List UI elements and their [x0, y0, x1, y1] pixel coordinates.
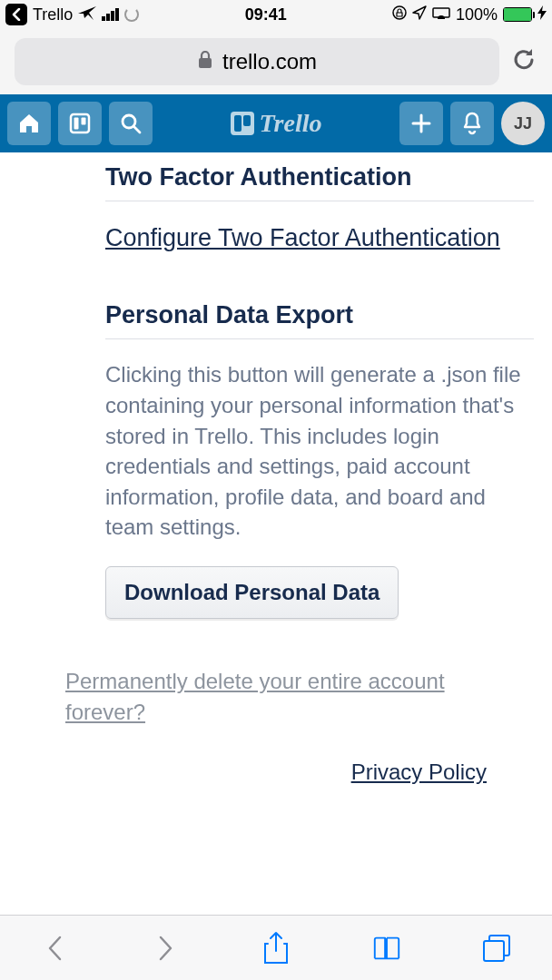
- search-button[interactable]: [109, 102, 153, 145]
- loading-spinner-icon: [124, 7, 139, 22]
- create-button[interactable]: [399, 102, 443, 145]
- avatar-initials: JJ: [514, 114, 532, 133]
- battery-icon: [503, 7, 532, 22]
- orientation-lock-icon: [392, 5, 407, 24]
- svg-rect-5: [82, 118, 86, 125]
- back-app-icon[interactable]: [5, 4, 27, 25]
- location-icon: [412, 5, 427, 24]
- page-content: Two Factor Authentication Configure Two …: [0, 152, 552, 785]
- svg-rect-4: [74, 118, 79, 130]
- bookmarks-icon[interactable]: [371, 933, 402, 964]
- lock-icon: [197, 51, 213, 74]
- svg-rect-3: [71, 114, 89, 132]
- svg-rect-2: [199, 58, 212, 68]
- two-factor-heading: Two Factor Authentication: [105, 163, 534, 201]
- nav-back-icon[interactable]: [40, 933, 71, 964]
- svg-rect-11: [484, 941, 504, 961]
- section-personal-data-export: Personal Data Export Clicking this butto…: [0, 301, 552, 619]
- cell-signal-icon: [102, 8, 119, 21]
- configure-2fa-link[interactable]: Configure Two Factor Authentication: [105, 221, 500, 254]
- delete-account-link[interactable]: Permanently delete your entire account f…: [65, 666, 487, 727]
- bolt-icon: [537, 5, 547, 24]
- notifications-button[interactable]: [450, 102, 494, 145]
- battery-pct-label: 100%: [456, 5, 498, 24]
- clock-label: 09:41: [245, 5, 287, 24]
- safari-bottom-toolbar: [0, 915, 552, 980]
- url-text: trello.com: [222, 49, 317, 74]
- airplane-mode-icon: [78, 5, 96, 25]
- svg-line-7: [134, 127, 141, 133]
- privacy-policy-link[interactable]: Privacy Policy: [351, 760, 487, 784]
- section-two-factor: Two Factor Authentication Configure Two …: [0, 163, 552, 254]
- url-field[interactable]: trello.com: [15, 38, 499, 85]
- reload-icon[interactable]: [510, 45, 537, 78]
- export-heading: Personal Data Export: [105, 301, 534, 339]
- download-personal-data-button[interactable]: Download Personal Data: [105, 566, 399, 619]
- boards-button[interactable]: [58, 102, 102, 145]
- screen-mirror-icon: [432, 5, 450, 24]
- ios-status-bar: Trello 09:41 100%: [0, 0, 552, 29]
- trello-logo[interactable]: Trello: [160, 109, 392, 138]
- nav-forward-icon[interactable]: [150, 933, 181, 964]
- share-icon[interactable]: [261, 933, 291, 964]
- tabs-icon[interactable]: [481, 933, 512, 964]
- section-delete-account: Permanently delete your entire account f…: [0, 666, 552, 727]
- trello-header: Trello JJ: [0, 94, 552, 152]
- home-button[interactable]: [7, 102, 51, 145]
- export-description: Clicking this button will generate a .js…: [105, 359, 534, 543]
- avatar[interactable]: JJ: [501, 102, 545, 145]
- safari-url-bar: trello.com: [0, 29, 552, 94]
- app-name-label: Trello: [33, 5, 73, 24]
